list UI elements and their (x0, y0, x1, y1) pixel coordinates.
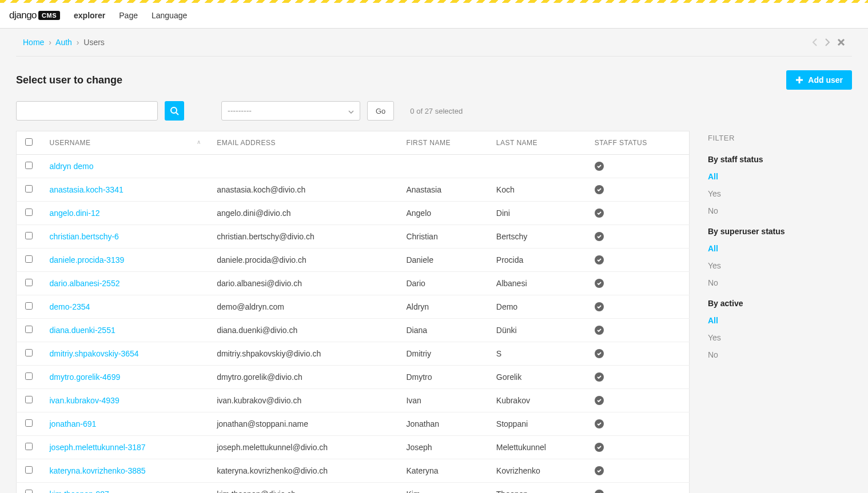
username-link[interactable]: dmitriy.shpakovskiy-3654 (42, 342, 209, 366)
breadcrumb-auth[interactable]: Auth (55, 38, 72, 47)
go-button[interactable]: Go (367, 101, 394, 121)
username-link[interactable]: demo-2354 (42, 295, 209, 319)
cell-last-name: S (488, 342, 587, 366)
cell-email: dmytro.gorelik@divio.ch (209, 366, 398, 389)
filter-group: By activeAllYesNo (708, 299, 852, 359)
nav-next-icon[interactable] (825, 38, 830, 46)
cell-last-name: Procida (488, 248, 587, 272)
row-checkbox[interactable] (25, 466, 33, 474)
table-row: angelo.dini-12angelo.dini@divio.chAngelo… (17, 202, 690, 225)
logo[interactable]: django CMS (9, 10, 60, 21)
nav-controls (812, 38, 845, 46)
column-username[interactable]: USERNAME∧ (42, 131, 209, 155)
cell-staff-status (587, 178, 690, 202)
username-link[interactable]: joseph.melettukunnel-3187 (42, 436, 209, 459)
cell-first-name: Dmitriy (398, 342, 488, 366)
column-email[interactable]: EMAIL ADDRESS (209, 131, 398, 155)
row-checkbox[interactable] (25, 232, 33, 239)
breadcrumb-home[interactable]: Home (23, 38, 44, 47)
row-checkbox[interactable] (25, 185, 33, 193)
search-icon (170, 106, 179, 115)
username-link[interactable]: angelo.dini-12 (42, 202, 209, 225)
username-link[interactable]: daniele.procida-3139 (42, 248, 209, 272)
row-checkbox[interactable] (25, 490, 33, 493)
search-input[interactable] (16, 101, 158, 121)
row-checkbox[interactable] (25, 302, 33, 310)
username-link[interactable]: ivan.kubrakov-4939 (42, 389, 209, 412)
check-circle-icon (595, 349, 604, 358)
filter-option[interactable]: No (708, 350, 852, 359)
filter-option[interactable]: Yes (708, 261, 852, 270)
cell-staff-status (587, 225, 690, 248)
search-button[interactable] (165, 101, 184, 121)
add-user-button[interactable]: Add user (786, 70, 852, 90)
username-link[interactable]: kateryna.kovrizhenko-3885 (42, 459, 209, 483)
cell-last-name: Demo (488, 295, 587, 319)
row-checkbox[interactable] (25, 396, 33, 403)
column-staff-status[interactable]: STAFF STATUS (587, 131, 690, 155)
cell-email: christian.bertschy@divio.ch (209, 225, 398, 248)
table-row: kim.thoenen-987kim.thoenen@divio.chKimTh… (17, 483, 690, 494)
filter-option[interactable]: Yes (708, 189, 852, 198)
cell-first-name: Joseph (398, 436, 488, 459)
username-link[interactable]: jonathan-691 (42, 412, 209, 436)
logo-badge: CMS (38, 11, 60, 20)
close-icon[interactable] (837, 38, 845, 46)
toolbar-item-language[interactable]: Language (152, 11, 187, 20)
filter-group-title: By superuser status (708, 227, 852, 236)
username-link[interactable]: aldryn demo (42, 155, 209, 178)
row-checkbox[interactable] (25, 372, 33, 380)
column-first-name[interactable]: FIRST NAME (398, 131, 488, 155)
username-link[interactable]: dmytro.gorelik-4699 (42, 366, 209, 389)
row-checkbox[interactable] (25, 209, 33, 216)
row-checkbox[interactable] (25, 326, 33, 333)
cell-staff-status (587, 248, 690, 272)
cell-first-name: Anastasia (398, 178, 488, 202)
select-all-checkbox[interactable] (25, 138, 33, 146)
table-row: joseph.melettukunnel-3187joseph.melettuk… (17, 436, 690, 459)
username-link[interactable]: dario.albanesi-2552 (42, 272, 209, 295)
username-link[interactable]: christian.bertschy-6 (42, 225, 209, 248)
filter-option[interactable]: No (708, 278, 852, 287)
cell-last-name: Thoenen (488, 483, 587, 494)
filter-option[interactable]: All (708, 244, 852, 253)
filter-option[interactable]: All (708, 172, 852, 181)
username-link[interactable]: diana.duenki-2551 (42, 319, 209, 342)
check-circle-icon (595, 396, 604, 405)
row-checkbox[interactable] (25, 419, 33, 427)
row-checkbox[interactable] (25, 279, 33, 286)
cell-staff-status (587, 412, 690, 436)
cell-last-name: Bertschy (488, 225, 587, 248)
add-user-label: Add user (808, 75, 843, 85)
row-checkbox[interactable] (25, 255, 33, 263)
column-last-name[interactable]: LAST NAME (488, 131, 587, 155)
filter-option[interactable]: Yes (708, 333, 852, 342)
page-title: Select user to change (16, 74, 122, 86)
action-select[interactable]: --------- (221, 101, 360, 121)
table-row: christian.bertschy-6christian.bertschy@d… (17, 225, 690, 248)
cell-email: dmitriy.shpakovskiy@divio.ch (209, 342, 398, 366)
table-row: daniele.procida-3139daniele.procida@divi… (17, 248, 690, 272)
cell-staff-status (587, 436, 690, 459)
row-checkbox[interactable] (25, 349, 33, 356)
username-link[interactable]: kim.thoenen-987 (42, 483, 209, 494)
cell-last-name: Koch (488, 178, 587, 202)
table-row: ivan.kubrakov-4939ivan.kubrakov@divio.ch… (17, 389, 690, 412)
breadcrumb: Home › Auth › Users (23, 38, 105, 47)
cell-last-name: Dini (488, 202, 587, 225)
toolbar-item-page[interactable]: Page (119, 11, 138, 20)
cell-last-name (488, 155, 587, 178)
table-row: demo-2354demo@aldryn.comAldrynDemo (17, 295, 690, 319)
row-checkbox[interactable] (25, 443, 33, 450)
toolbar-item-explorer[interactable]: explorer (74, 11, 105, 20)
filter-option[interactable]: No (708, 206, 852, 215)
row-checkbox[interactable] (25, 162, 33, 169)
check-circle-icon (595, 279, 604, 288)
username-link[interactable]: anastasia.koch-3341 (42, 178, 209, 202)
cell-first-name: Ivan (398, 389, 488, 412)
cell-email: demo@aldryn.com (209, 295, 398, 319)
filter-option[interactable]: All (708, 316, 852, 325)
nav-prev-icon[interactable] (812, 38, 818, 46)
check-circle-icon (595, 419, 604, 428)
cell-staff-status (587, 202, 690, 225)
